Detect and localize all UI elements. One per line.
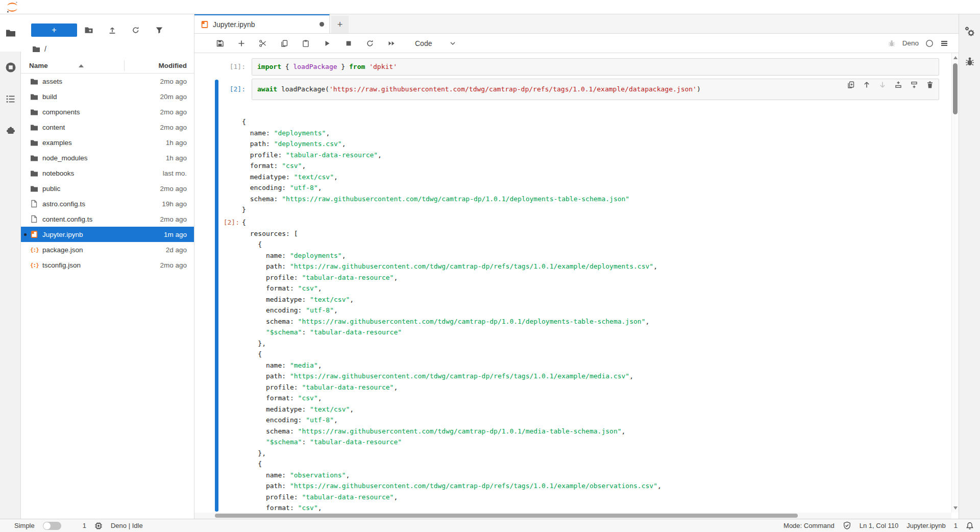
copy-cells-button[interactable] <box>280 39 288 47</box>
new-folder-button[interactable] <box>77 23 101 37</box>
insert-cell-above-button[interactable] <box>894 81 902 89</box>
move-cell-down-button[interactable] <box>878 81 887 89</box>
interrupt-kernel-button[interactable] <box>345 39 353 47</box>
restart-kernel-button[interactable] <box>366 39 374 47</box>
code-editor[interactable]: import { loadPackage } from 'dpkit' <box>252 58 939 76</box>
column-header-modified[interactable]: Modified <box>116 62 194 69</box>
cut-cells-button[interactable] <box>259 39 267 47</box>
main-dock-panel: Jupyter.ipynb + <box>194 14 959 519</box>
cell-type-dropdown[interactable]: Code <box>415 39 456 47</box>
sidebar-item-table-of-contents[interactable] <box>0 83 21 115</box>
breadcrumb-root: / <box>44 45 46 53</box>
file-list: {:} assets 2mo ago {:} build 2 <box>21 74 194 519</box>
upload-button[interactable] <box>101 23 124 37</box>
tab-label: Jupyter.ipynb <box>213 20 255 29</box>
file-row[interactable]: {:} components 2mo ago <box>21 104 194 119</box>
notifications-count[interactable]: 1 <box>954 522 958 529</box>
new-launcher-button[interactable]: + <box>31 23 77 37</box>
running-sessions-icon <box>5 61 17 74</box>
extensions-puzzle-icon <box>5 125 16 136</box>
new-tab-button[interactable]: + <box>331 16 349 33</box>
file-list-header: Name Modified <box>21 58 194 74</box>
sidebar-item-file-browser[interactable] <box>0 14 21 52</box>
horizontal-scrollbar[interactable] <box>194 513 951 519</box>
file-row[interactable]: {:} Jupyter.ipynb 1m ago <box>21 227 194 242</box>
paste-cells-button[interactable] <box>302 39 310 47</box>
file-row[interactable]: {:} build 20m ago <box>21 89 194 104</box>
file-row[interactable]: {:} tsconfig.json 2mo ago <box>21 257 194 273</box>
trusted-shield-icon[interactable] <box>843 521 851 530</box>
tab-dirty-indicator[interactable] <box>320 22 324 27</box>
file-row[interactable]: {:} examples 1h ago <box>21 135 194 150</box>
kernel-status-text[interactable]: Deno | Idle <box>111 522 143 529</box>
breadcrumb[interactable]: / <box>21 40 194 58</box>
json-icon: {:} <box>30 247 38 253</box>
notebook-icon <box>30 230 38 238</box>
insert-cell-button[interactable] <box>237 39 246 47</box>
folder-icon <box>30 78 38 85</box>
sidebar-item-property-inspector[interactable] <box>959 14 980 46</box>
property-inspector-gears-icon <box>964 26 976 38</box>
file-row[interactable]: {:} notebooks last mo. <box>21 165 194 181</box>
folder-icon <box>30 139 38 147</box>
vertical-scrollbar[interactable] <box>951 53 959 513</box>
filter-icon[interactable] <box>148 23 171 37</box>
move-cell-up-button[interactable] <box>863 81 871 89</box>
toolbar-overflow-menu-icon[interactable] <box>940 39 948 47</box>
jupyter-logo-icon <box>6 1 18 13</box>
code-editor[interactable]: await loadPackage('https://raw.githubuse… <box>252 79 939 100</box>
left-activity-bar <box>0 14 21 519</box>
file-row[interactable]: {:} content 2mo ago <box>21 119 194 135</box>
save-button[interactable] <box>216 39 224 47</box>
jupyterlab-window: + / <box>0 0 980 532</box>
column-divider <box>124 60 125 71</box>
file-row[interactable]: {:} assets 2mo ago <box>21 74 194 89</box>
sidebar-item-running-sessions[interactable] <box>0 52 21 83</box>
kernel-status-icon[interactable] <box>925 39 934 47</box>
sidebar-item-debugger[interactable] <box>959 46 980 78</box>
tab-jupyter-ipynb[interactable]: Jupyter.ipynb <box>194 14 330 33</box>
folder-icon <box>30 124 38 131</box>
simple-mode-label: Simple <box>14 522 35 529</box>
input-prompt: [2]: <box>215 79 246 100</box>
menu-bar <box>0 0 980 14</box>
run-cell-button[interactable] <box>323 39 331 47</box>
file-browser-toolbar: + <box>21 14 194 40</box>
refresh-button[interactable] <box>124 23 148 37</box>
folder-icon <box>30 108 38 116</box>
folder-icon <box>5 28 16 39</box>
file-row[interactable]: {:} public 2mo ago <box>21 181 194 196</box>
folder-icon <box>30 185 38 192</box>
cursor-position[interactable]: Ln 1, Col 110 <box>860 522 898 529</box>
simple-mode-toggle[interactable] <box>43 522 61 530</box>
delete-cell-button[interactable] <box>926 81 934 89</box>
vertical-scrollbar-thumb[interactable] <box>953 63 958 114</box>
restart-run-all-button[interactable] <box>387 39 396 47</box>
folder-icon <box>30 93 38 101</box>
scroll-up-arrow-icon[interactable] <box>953 56 958 59</box>
cell-toolbar <box>847 81 934 89</box>
scroll-down-arrow-icon[interactable] <box>953 506 958 510</box>
file-row[interactable]: {:} package.json 2d ago <box>21 242 194 257</box>
kernel-chip-icon[interactable] <box>94 522 103 530</box>
notebook-mode-indicator[interactable]: Mode: Command <box>783 522 835 529</box>
bell-icon[interactable] <box>966 522 974 530</box>
output-result: [2]: { resources: [ { name: "deployments… <box>194 217 950 512</box>
duplicate-cell-button[interactable] <box>847 81 855 89</box>
kernel-sessions-count[interactable]: 1 <box>83 522 86 529</box>
debugger-bug-icon[interactable] <box>888 39 896 47</box>
file-row[interactable]: {:} astro.config.ts 19h ago <box>21 196 194 211</box>
active-file-name[interactable]: Jupyter.ipynb <box>906 522 946 529</box>
folder-icon <box>30 170 38 177</box>
file-browser-panel: + / <box>21 14 194 519</box>
notebook-toolbar: Code Deno <box>194 34 959 53</box>
output-stream: { name: "deployments", path: "deployment… <box>194 116 950 215</box>
sidebar-item-extensions[interactable] <box>0 115 21 147</box>
file-row[interactable]: {:} node_modules 1h ago <box>21 150 194 165</box>
unsaved-dot-icon <box>24 233 27 236</box>
insert-cell-below-button[interactable] <box>910 81 918 89</box>
horizontal-scrollbar-thumb[interactable] <box>215 514 798 518</box>
file-row[interactable]: {:} content.config.ts 2mo ago <box>21 211 194 227</box>
kernel-name[interactable]: Deno <box>902 39 919 47</box>
column-header-name[interactable]: Name <box>21 62 116 69</box>
